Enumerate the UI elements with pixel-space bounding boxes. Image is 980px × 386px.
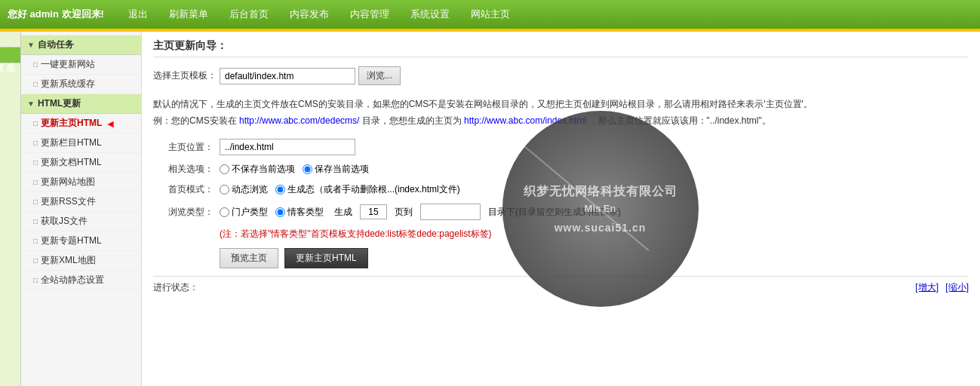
template-input[interactable] [220, 68, 355, 84]
browse-type-group: 门户类型 情客类型 生成 页到 目录下(目录留空则生成到根目录) [220, 204, 621, 220]
dot-icon: □ [33, 237, 38, 245]
related-options-group: 不保存当前选项 保存当前选项 [220, 163, 369, 176]
template-row: 选择主页模板： 浏览... [153, 66, 969, 85]
sidebar-item-get-js[interactable]: □ 获取JS文件 [21, 212, 141, 231]
arrow-icon: ▼ [27, 100, 35, 108]
radio-portal-option[interactable]: 门户类型 [220, 206, 268, 219]
main-content: 主页更新向导： 选择主页模板： 浏览... 默认的情况下，生成的主页文件放在CM… [142, 32, 980, 386]
info-line2: 例：您的CMS安装在 http://www.abc.com/dedecms/ 目… [153, 113, 969, 130]
sidebar-item-refresh-cache[interactable]: □ 更新系统缓存 [21, 75, 141, 94]
related-options-label: 相关选项： [153, 163, 214, 176]
browse-type-row: 浏览类型： 门户类型 情客类型 生成 页到 目录下(目录留空则生成到根目录) [153, 204, 969, 220]
dot-icon: □ [33, 178, 38, 186]
greeting-text: 您好 admin 欢迎回来! [8, 8, 104, 21]
section-header-html-update[interactable]: ▼ HTML更新 [21, 94, 141, 114]
radio-blog[interactable] [275, 207, 285, 217]
sidebar-menu: ▼ 自动任务 □ 一键更新网站 □ 更新系统缓存 ▼ HTML更新 □ 更新主页… [21, 32, 142, 386]
nav-content-publish[interactable]: 内容发布 [281, 5, 338, 24]
dot-icon: □ [33, 198, 38, 206]
sidebar-item-update-sitemap[interactable]: □ 更新网站地图 [21, 173, 141, 192]
shrink-btn[interactable]: [缩小] [945, 282, 969, 293]
status-controls: [增大] [缩小] [911, 281, 969, 294]
radio-dynamic[interactable] [220, 185, 229, 195]
homepage-mode-group: 动态浏览 生成态（或者手动删除根...(index.html文件) [220, 183, 460, 196]
preview-button[interactable]: 预览主页 [220, 248, 278, 268]
nav-system-settings[interactable]: 系统设置 [401, 5, 459, 24]
dir-label: 目录下(目录留空则生成到根目录) [488, 206, 621, 219]
radio-save-option[interactable]: 保存当前选项 [303, 163, 369, 176]
generate-num-input[interactable] [360, 204, 387, 219]
pages-label: 页到 [395, 206, 413, 219]
template-label: 选择主页模板： [153, 69, 214, 82]
info-link1[interactable]: http://www.abc.com/dedecms/ [239, 115, 359, 126]
dot-icon: □ [33, 119, 38, 127]
section-header-auto-task[interactable]: ▼ 自动任务 [21, 35, 141, 55]
status-row: 进行状态： [增大] [缩小] [153, 276, 969, 294]
nav-site-home[interactable]: 网站主页 [462, 5, 519, 24]
action-buttons: 预览主页 更新主页HTML [220, 248, 969, 268]
related-options-row: 相关选项： 不保存当前选项 保存当前选项 [153, 163, 969, 176]
generate-text: 生成 [334, 206, 352, 219]
nav-refresh-menu[interactable]: 刷新菜单 [160, 5, 217, 24]
sidebar-item-update-xml[interactable]: □ 更新XML地图 [21, 251, 141, 271]
dot-icon: □ [33, 158, 38, 167]
sidebar-item-update-rss[interactable]: □ 更新RSS文件 [21, 192, 141, 212]
nav-content-manage[interactable]: 内容管理 [341, 5, 398, 24]
homepage-pos-input[interactable] [220, 139, 355, 155]
sidebar-item-update-column-html[interactable]: □ 更新栏目HTML [21, 133, 141, 153]
sidebar-label-generate: 生成模板系统 [0, 47, 20, 63]
sidebar-item-update-topic-html[interactable]: □ 更新专题HTML [21, 231, 141, 251]
homepage-mode-label: 首页模式： [153, 183, 214, 196]
browse-type-label: 浏览类型： [153, 206, 214, 219]
dot-icon: □ [33, 276, 38, 284]
nav-admin-home[interactable]: 后台首页 [220, 5, 278, 24]
radio-no-save[interactable] [220, 164, 229, 174]
dot-icon: □ [33, 256, 38, 265]
dot-icon: □ [33, 80, 38, 88]
dot-icon: □ [33, 60, 38, 69]
info-line1: 默认的情况下，生成的主页文件放在CMS的安装目录，如果您的CMS不是安装在网站根… [153, 96, 969, 113]
dot-icon: □ [33, 217, 38, 225]
sidebar-item-update-homepage-html[interactable]: □ 更新主页HTML ◄ [21, 114, 141, 133]
status-label: 进行状态： [153, 281, 198, 294]
radio-generate-option[interactable]: 生成态（或者手动删除根...(index.html文件) [275, 183, 460, 196]
nav-logout[interactable]: 退出 [119, 5, 157, 24]
main-layout: 核心模块 生成模板系统 ▼ 自动任务 □ 一键更新网站 □ 更新系统缓存 ▼ H… [0, 32, 980, 386]
radio-generate[interactable] [275, 185, 285, 195]
dot-icon: □ [33, 139, 38, 147]
dir-input[interactable] [420, 204, 481, 220]
sidebar-item-one-click-update[interactable]: □ 一键更新网站 [21, 55, 141, 75]
zoom-in-btn[interactable]: [增大] [915, 282, 939, 293]
note-text: (注：若选择"情客类型"首页模板支持dede:list标签dede:pageli… [220, 228, 969, 240]
update-button[interactable]: 更新主页HTML [284, 248, 368, 268]
homepage-pos-row: 主页位置： [153, 139, 969, 155]
radio-blog-option[interactable]: 情客类型 [275, 206, 324, 219]
browse-button[interactable]: 浏览... [358, 66, 401, 85]
sidebar-item-update-doc-html[interactable]: □ 更新文档HTML [21, 153, 141, 173]
sidebar-item-static-settings[interactable]: □ 全站动静态设置 [21, 271, 141, 290]
homepage-pos-label: 主页位置： [153, 141, 214, 154]
page-title: 主页更新向导： [153, 39, 969, 57]
sidebar-labels: 核心模块 生成模板系统 [0, 32, 21, 386]
top-nav: 您好 admin 欢迎回来! 退出 刷新菜单 后台首页 内容发布 内容管理 系统… [0, 0, 980, 29]
radio-no-save-option[interactable]: 不保存当前选项 [220, 163, 295, 176]
homepage-mode-row: 首页模式： 动态浏览 生成态（或者手动删除根...(index.html文件) [153, 183, 969, 196]
arrow-icon: ▼ [27, 41, 35, 49]
nav-items: 退出 刷新菜单 后台首页 内容发布 内容管理 系统设置 网站主页 [119, 5, 519, 24]
info-block: 默认的情况下，生成的主页文件放在CMS的安装目录，如果您的CMS不是安装在网站根… [153, 93, 969, 133]
red-arrow-icon: ◄ [105, 118, 115, 130]
radio-portal[interactable] [220, 207, 229, 217]
radio-save[interactable] [303, 164, 312, 174]
radio-dynamic-option[interactable]: 动态浏览 [220, 183, 268, 196]
info-link2[interactable]: http://www.abc.com/index.html [464, 115, 586, 126]
sidebar-label-core: 核心模块 [0, 32, 20, 47]
